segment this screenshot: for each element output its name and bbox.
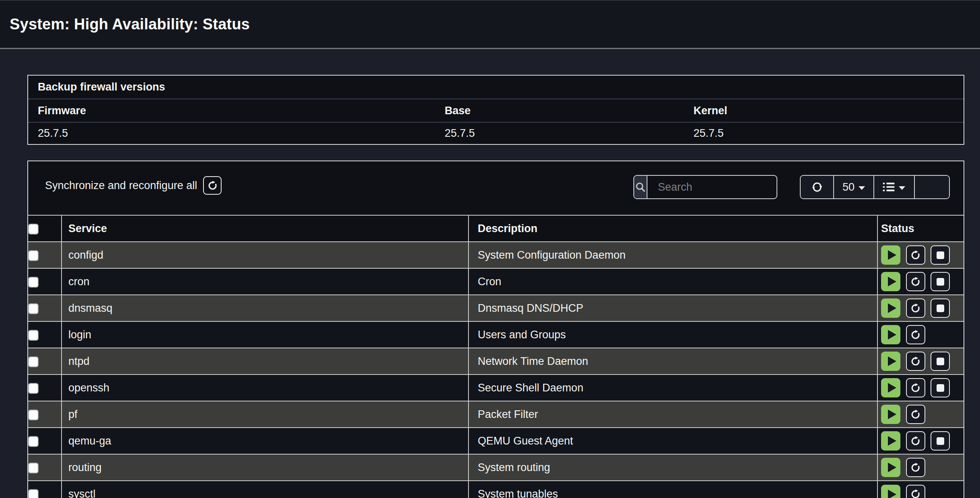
play-icon (888, 490, 896, 498)
search-input[interactable] (647, 176, 777, 198)
play-icon (888, 436, 896, 446)
backup-versions-panel: Backup firewall versions Firmware Base K… (27, 75, 964, 145)
stop-service-button[interactable] (931, 272, 950, 291)
list-icon (883, 181, 895, 193)
service-name: configd (62, 242, 468, 268)
start-service-button[interactable] (881, 352, 900, 371)
start-service-button[interactable] (881, 431, 900, 451)
select-all-cell (28, 215, 62, 242)
row-checkbox[interactable] (28, 330, 39, 341)
page-title: System: High Availability: Status (10, 16, 250, 33)
service-name: pf (62, 401, 468, 428)
stop-service-button[interactable] (931, 378, 950, 397)
stop-service-button[interactable] (931, 431, 950, 451)
versions-col-firmware: Firmware (28, 105, 435, 117)
stop-icon (937, 384, 944, 392)
start-service-button[interactable] (881, 298, 900, 318)
stop-icon (937, 305, 944, 312)
row-checkbox[interactable] (28, 383, 39, 394)
start-service-button[interactable] (881, 325, 900, 344)
stop-icon (937, 251, 944, 259)
restart-service-button[interactable] (906, 298, 925, 318)
column-header-service[interactable]: Service (62, 215, 468, 242)
search-icon (634, 181, 647, 193)
services-toolbar: Synchronize and reconfigure all (28, 161, 964, 215)
play-icon (888, 330, 896, 340)
restart-icon (910, 462, 921, 473)
page-size-dropdown[interactable]: 50 (833, 176, 873, 198)
versions-header-row: Firmware Base Kernel (28, 99, 964, 123)
versions-col-kernel: Kernel (684, 105, 964, 117)
column-chooser-dropdown[interactable] (873, 176, 914, 198)
toolbar-spacer (914, 176, 949, 198)
services-table-body: configd System Configuration Daemon cron… (28, 242, 964, 498)
table-row: configd System Configuration Daemon (28, 242, 964, 268)
start-service-button[interactable] (881, 378, 900, 397)
row-checkbox[interactable] (28, 250, 39, 261)
restart-service-button[interactable] (906, 485, 925, 498)
stop-service-button[interactable] (931, 245, 950, 265)
caret-down-icon (899, 186, 905, 190)
start-service-button[interactable] (881, 272, 900, 291)
row-checkbox[interactable] (28, 303, 39, 314)
service-name: cron (62, 268, 468, 295)
column-header-description[interactable]: Description (468, 215, 877, 242)
play-icon (888, 277, 896, 286)
table-row: routing System routing (28, 454, 964, 481)
row-select-cell (28, 375, 62, 401)
select-all-checkbox[interactable] (28, 224, 39, 235)
table-row: login Users and Groups (28, 321, 964, 348)
service-name: openssh (62, 375, 468, 401)
play-icon (888, 410, 896, 419)
start-service-button[interactable] (881, 485, 900, 498)
table-row: openssh Secure Shell Daemon (28, 375, 964, 401)
start-service-button[interactable] (881, 458, 900, 477)
service-status-cell (877, 348, 964, 375)
restart-service-button[interactable] (906, 458, 925, 477)
restart-service-button[interactable] (906, 378, 925, 397)
restart-service-button[interactable] (906, 405, 925, 424)
stop-icon (937, 437, 944, 445)
row-checkbox[interactable] (28, 356, 39, 367)
service-status-cell (877, 454, 964, 481)
search-addon (634, 176, 647, 198)
sync-all-button[interactable] (203, 176, 222, 195)
service-description: Users and Groups (468, 321, 877, 348)
page-header: System: High Availability: Status (0, 0, 980, 49)
start-service-button[interactable] (881, 245, 900, 265)
versions-col-base: Base (435, 105, 684, 117)
start-service-button[interactable] (881, 405, 900, 424)
restart-service-button[interactable] (906, 245, 925, 265)
play-icon (888, 356, 896, 366)
restart-service-button[interactable] (906, 272, 925, 291)
sync-all-label: Synchronize and reconfigure all (45, 179, 197, 192)
row-select-cell (28, 295, 62, 321)
restart-icon (910, 409, 921, 420)
restart-service-button[interactable] (906, 352, 925, 371)
stop-icon (937, 278, 944, 286)
play-icon (888, 383, 896, 393)
table-row: qemu-ga QEMU Guest Agent (28, 428, 964, 454)
stop-service-button[interactable] (931, 352, 950, 371)
grid-refresh-button[interactable] (801, 176, 833, 198)
stop-service-button[interactable] (931, 298, 950, 318)
service-description: System tunables (468, 481, 877, 498)
column-header-status: Status (877, 215, 964, 242)
row-checkbox[interactable] (28, 489, 39, 498)
row-checkbox[interactable] (28, 410, 39, 420)
service-status-cell (877, 295, 964, 321)
restart-icon (910, 329, 921, 340)
refresh-icon (811, 181, 823, 193)
restart-service-button[interactable] (906, 325, 925, 344)
grid-toolbar-group: 50 (800, 175, 950, 199)
row-checkbox[interactable] (28, 277, 39, 288)
restart-icon (910, 303, 921, 314)
restart-service-button[interactable] (906, 431, 925, 451)
versions-value-row: 25.7.5 25.7.5 25.7.5 (28, 123, 964, 144)
row-checkbox[interactable] (28, 463, 39, 473)
row-checkbox[interactable] (28, 436, 39, 447)
service-name: login (62, 321, 468, 348)
service-name: ntpd (62, 348, 468, 375)
service-name: dnsmasq (62, 295, 468, 321)
play-icon (888, 250, 896, 260)
